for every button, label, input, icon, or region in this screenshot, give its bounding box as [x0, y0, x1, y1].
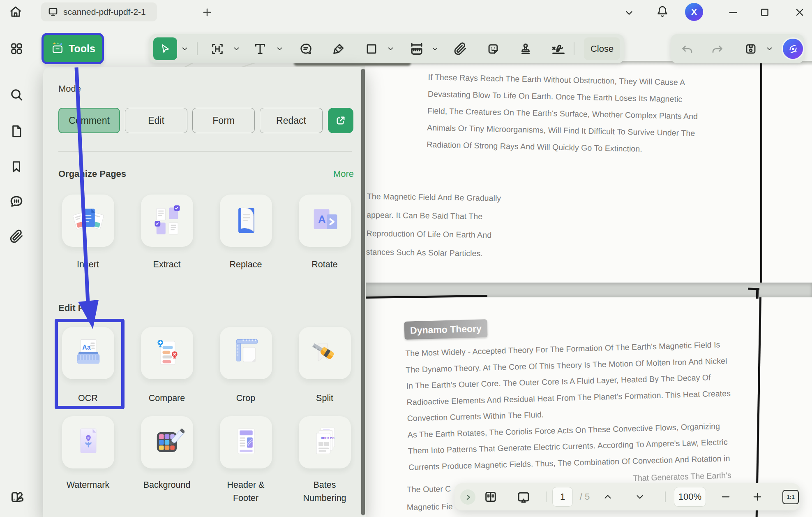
tile-rotate[interactable]: A — [299, 195, 351, 247]
page-layout-icon[interactable] — [482, 483, 500, 510]
comments-icon[interactable] — [9, 194, 24, 209]
mode-button-comment[interactable]: Comment — [58, 108, 120, 133]
extract-illustration-icon — [150, 204, 185, 238]
svg-text:A: A — [318, 213, 325, 225]
mode-button-edit[interactable]: Edit — [125, 108, 187, 133]
text-tool-chevron-icon[interactable] — [275, 34, 284, 63]
highlight-tool-chevron-icon[interactable] — [231, 34, 241, 63]
more-link-label: More — [333, 169, 354, 179]
tile-replace[interactable] — [220, 195, 272, 247]
tab-title: scanned-pdf-updf-2-1 — [63, 7, 146, 17]
attach-file-tool-icon[interactable] — [452, 34, 468, 63]
section-divider — [58, 151, 352, 152]
tools-button[interactable]: Tools — [42, 33, 104, 64]
external-link-icon — [335, 115, 346, 126]
zoom-level-input[interactable]: 100% — [674, 487, 706, 507]
tile-split[interactable] — [299, 327, 351, 379]
scan-edge-line-page1 — [760, 61, 762, 283]
zoom-level-value: 100% — [678, 491, 701, 502]
measure-tool-chevron-icon[interactable] — [430, 34, 440, 63]
total-pages-label: / 5 — [575, 483, 594, 510]
signature-tool-icon[interactable] — [550, 34, 567, 63]
text-tool-icon[interactable] — [252, 34, 268, 63]
doc-line-fragment: The Outer C — [407, 484, 451, 494]
save-chevron-icon[interactable] — [764, 34, 774, 63]
ai-assistant-button[interactable] — [783, 39, 803, 59]
tile-crop[interactable] — [220, 327, 272, 379]
tile-bates-numbering[interactable]: 000123 — [299, 416, 351, 468]
actual-size-button[interactable]: 1:1 — [782, 483, 800, 510]
rotate-illustration-icon: A — [308, 204, 342, 238]
theme-palette-icon[interactable] — [9, 489, 24, 504]
stamp-tool-icon[interactable] — [518, 34, 533, 63]
home-button[interactable] — [9, 5, 23, 19]
toolbar-divider — [197, 42, 198, 55]
presentation-mode-icon[interactable] — [514, 483, 533, 510]
mode-section-title: Mode — [58, 83, 81, 94]
zoom-in-icon[interactable] — [748, 483, 766, 510]
select-tool-chevron-icon[interactable] — [180, 34, 189, 63]
titlebar-chevron-down-icon[interactable] — [622, 6, 636, 20]
tile-label-replace: Replace — [207, 258, 285, 271]
previous-page-chevron-icon[interactable] — [599, 483, 616, 510]
mode-button-form[interactable]: Form — [192, 108, 255, 133]
mode-button-redact[interactable]: Redact — [260, 108, 323, 133]
tile-watermark[interactable] — [62, 416, 114, 468]
close-toolbar-button[interactable]: Close — [584, 37, 620, 60]
comment-tool-icon[interactable] — [298, 34, 314, 63]
toolbar-divider — [574, 42, 574, 55]
maximize-button[interactable] — [758, 5, 772, 19]
redo-icon[interactable] — [709, 34, 725, 63]
panel-scrollbar[interactable] — [361, 69, 365, 515]
bookmark-icon[interactable] — [9, 159, 24, 174]
tile-compare[interactable] — [141, 327, 193, 379]
bates-numbering-illustration-icon: 000123 — [308, 425, 342, 460]
scan-corner-mark-v — [756, 288, 759, 299]
pages-icon[interactable] — [9, 123, 24, 139]
tile-background[interactable] — [141, 416, 193, 468]
close-window-button[interactable] — [793, 5, 807, 19]
zoom-out-icon[interactable] — [717, 483, 735, 510]
split-illustration-icon — [308, 336, 342, 371]
avatar-initial: X — [691, 7, 697, 17]
app-grid-icon[interactable] — [9, 41, 24, 56]
mode-button-label: Form — [212, 115, 235, 126]
highlight-text-tool-icon[interactable] — [210, 34, 225, 63]
minimize-button[interactable] — [726, 5, 740, 19]
insert-illustration-icon — [71, 204, 106, 238]
mode-button-label: Redact — [276, 115, 306, 126]
current-page-value: 1 — [560, 491, 565, 502]
page-navigation-bar: 1 / 5 100% 1:1 — [454, 483, 800, 510]
notifications-bell-icon[interactable] — [655, 5, 669, 19]
doc-line-fragment: Magnetic Fie — [407, 502, 453, 512]
select-tool-button[interactable] — [153, 37, 177, 60]
tile-label-insert: Insert — [49, 258, 127, 271]
new-tab-button[interactable] — [200, 5, 214, 19]
open-in-new-window-button[interactable] — [328, 108, 353, 133]
user-avatar[interactable]: X — [685, 3, 703, 21]
measure-tool-icon[interactable] — [408, 34, 425, 63]
organize-pages-more-link[interactable]: More — [323, 169, 354, 179]
tile-label-extract: Extract — [128, 258, 206, 271]
current-page-input[interactable]: 1 — [552, 487, 573, 507]
document-tab[interactable]: scanned-pdf-updf-2-1 — [41, 2, 157, 21]
svg-text:000123: 000123 — [321, 435, 334, 440]
next-page-chevron-icon[interactable] — [631, 483, 648, 510]
search-icon[interactable] — [9, 87, 24, 102]
mode-button-label: Comment — [69, 115, 110, 126]
attachment-paperclip-icon[interactable] — [9, 229, 24, 244]
edit-pdf-section-title: Edit PDF — [58, 303, 96, 313]
save-icon[interactable] — [743, 34, 759, 63]
shape-tool-icon[interactable] — [364, 34, 379, 63]
tile-extract[interactable] — [141, 195, 193, 247]
shape-tool-chevron-icon[interactable] — [385, 34, 395, 63]
tile-header-footer[interactable] — [220, 416, 272, 468]
sticker-tool-icon[interactable] — [485, 34, 501, 63]
tile-insert[interactable] — [62, 195, 114, 247]
expand-sidebar-button[interactable] — [460, 489, 475, 505]
undo-icon[interactable] — [680, 34, 695, 63]
statusbar-divider — [546, 491, 547, 502]
tile-label-watermark: Watermark — [57, 478, 119, 491]
highlighter-pen-tool-icon[interactable] — [331, 34, 346, 63]
background-illustration-icon — [150, 425, 185, 460]
